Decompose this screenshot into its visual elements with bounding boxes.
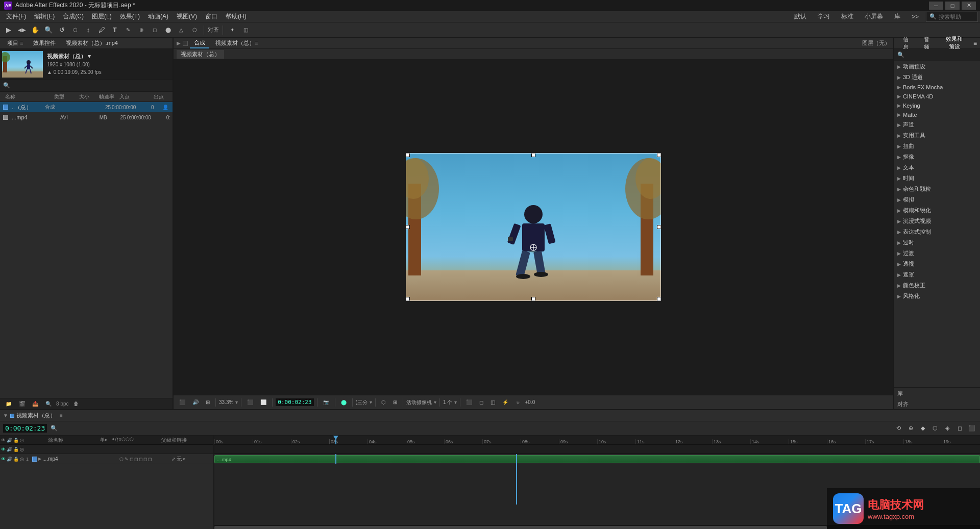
effect-cat-animation[interactable]: ▶ 动画预设 <box>894 61 980 72</box>
new-comp-btn[interactable]: 🎬 <box>16 398 28 410</box>
effect-cat-cinema4d[interactable]: ▶ CINEMA 4D <box>894 92 980 101</box>
vc-grid2-btn[interactable]: ⊞ <box>390 399 400 406</box>
effect-cat-expression[interactable]: ▶ 表达式控制 <box>894 226 980 237</box>
tool-puppet[interactable]: △ <box>176 24 187 36</box>
tool-zoom[interactable]: 🔍 <box>43 24 54 36</box>
tool-pan[interactable]: ↕ <box>83 24 94 36</box>
tl-comp-row[interactable]: 👁 🔊 🔒 ◎ <box>0 445 213 454</box>
tl-sw-3[interactable]: ◻ <box>130 457 133 462</box>
vc-grid-btn[interactable]: ⊞ <box>203 399 212 406</box>
tl-sw-4[interactable]: ◻ <box>134 457 138 462</box>
effect-cat-keying[interactable]: ▶ Keying <box>894 101 980 110</box>
tool-stamp[interactable]: ⊕ <box>136 24 147 36</box>
effect-cat-stylize[interactable]: ▶ 风格化 <box>894 291 980 301</box>
tl-video-layer-row[interactable]: 👁 🔊 🔒 ◎ 1 ▶ ....mp4 ⬡ ✎ ◻ ◻ <box>0 454 213 464</box>
tab-composition[interactable]: 合成 <box>190 38 209 48</box>
tool-rotate[interactable]: ↺ <box>56 24 67 36</box>
import-btn[interactable]: 📥 <box>30 398 41 410</box>
effect-cat-perspective[interactable]: ▶ 透视 <box>894 259 980 269</box>
workspace-more[interactable]: >> <box>908 12 923 21</box>
menu-help[interactable]: 帮助(H) <box>222 11 251 22</box>
effect-cat-3d[interactable]: ▶ 3D 通道 <box>894 72 980 83</box>
tl-layer-eye[interactable]: 👁 <box>1 457 6 462</box>
vc-preview-btn[interactable]: ⬛ <box>177 399 188 406</box>
tl-timecode[interactable]: 0:00:02:23 <box>3 424 47 433</box>
maximize-button[interactable]: □ <box>945 2 960 10</box>
tool-pen[interactable]: 🖊 <box>96 24 107 36</box>
effect-cat-obsolete[interactable]: ▶ 过时 <box>894 237 980 248</box>
tl-h-scrollbar[interactable] <box>214 525 980 529</box>
tool-shape[interactable]: ⬡ <box>189 24 200 36</box>
vc-magnification[interactable]: 33.3% <box>219 399 233 405</box>
tl-layer-expand[interactable]: ▶ <box>38 457 41 461</box>
effect-cat-immersive[interactable]: ▶ 沉浸式视频 <box>894 216 980 226</box>
menu-effects[interactable]: 效果(T) <box>116 11 144 22</box>
tl-sw-1[interactable]: ⬡ <box>119 457 124 462</box>
tool-snapping[interactable]: ✦ <box>227 24 238 36</box>
tab-effects-controls[interactable]: 效果控件 <box>29 38 60 48</box>
project-search-input[interactable] <box>12 83 169 89</box>
vc-timecode[interactable]: 0:00:02:23 <box>276 398 313 406</box>
tl-sw-7[interactable]: ◻ <box>148 457 152 462</box>
effect-cat-keyer[interactable]: ▶ 抠像 <box>894 152 980 162</box>
tl-keyframe-btn[interactable]: ◆ <box>918 423 928 434</box>
workspace-learn[interactable]: 学习 <box>814 11 834 22</box>
tool-hand[interactable]: ✋ <box>30 24 41 36</box>
tl-3d-btn[interactable]: ◻ <box>954 423 965 434</box>
tl-parent-arrow[interactable]: ▾ <box>183 457 185 462</box>
vc-render-btn[interactable]: ⬛ <box>463 399 475 406</box>
search-help-input[interactable] <box>939 14 974 20</box>
menu-edit[interactable]: 编辑(E) <box>30 11 59 22</box>
tool-text[interactable]: T <box>109 24 120 36</box>
tl-comp-eye[interactable]: 👁 <box>1 447 6 452</box>
menu-file[interactable]: 文件(F) <box>2 11 30 22</box>
effect-cat-boris[interactable]: ▶ Boris FX Mocha <box>894 83 980 92</box>
project-item-comp[interactable]: ...（总） 合成 25 0:00:00:00 0 👤 <box>0 102 173 112</box>
workspace-small-screen[interactable]: 小屏幕 <box>861 11 887 22</box>
tl-comp-audio[interactable]: 🔊 <box>7 447 12 452</box>
tl-comp-lock[interactable]: 🔒 <box>13 447 19 452</box>
tl-video-clip[interactable]: ....mp4 <box>214 455 980 463</box>
footage-sub-tab[interactable]: 视频素材（总） <box>177 50 224 59</box>
vc-snapshot-btn[interactable]: 📷 <box>321 399 332 406</box>
tl-frame-blend-btn[interactable]: ◈ <box>942 423 952 434</box>
tab-project[interactable]: 项目 ≡ <box>3 38 27 48</box>
vc-fast-preview-btn[interactable]: ⚡ <box>500 399 511 406</box>
workspace-library[interactable]: 库 <box>890 11 904 22</box>
vc-res-btn[interactable]: ⬛ <box>244 399 256 406</box>
tl-layer-audio[interactable]: 🔊 <box>7 457 12 462</box>
new-folder-btn[interactable]: 📁 <box>3 398 14 410</box>
effect-cat-simulation[interactable]: ▶ 模拟 <box>894 194 980 205</box>
menu-view[interactable]: 视图(V) <box>173 11 201 22</box>
tool-roto[interactable]: ⬤ <box>162 24 174 36</box>
effect-cat-matte[interactable]: ▶ Matte <box>894 110 980 119</box>
tl-motion-blur-tl-btn[interactable]: ⬡ <box>930 423 940 434</box>
tl-h-scrollbar-thumb[interactable] <box>214 526 827 529</box>
vc-rulers-btn[interactable]: ⬡ <box>379 399 388 406</box>
vc-motion-blur-btn[interactable]: ◫ <box>488 399 498 406</box>
tool-brush[interactable]: ✎ <box>122 24 134 36</box>
tool-eraser[interactable]: ◻ <box>149 24 160 36</box>
tl-track-content[interactable]: 00s 01s 02s 03s 04s 05s 06s 07s 08s 09s … <box>214 436 980 529</box>
comp-viewer[interactable] <box>174 59 893 395</box>
minimize-button[interactable]: ─ <box>929 2 943 10</box>
effects-search-input[interactable] <box>906 52 977 58</box>
delete-btn[interactable]: 🗑 <box>70 398 82 410</box>
vc-channel-btn[interactable]: ⬤ <box>338 399 349 406</box>
menu-window[interactable]: 窗口 <box>201 11 222 22</box>
tl-sw-2[interactable]: ✎ <box>125 457 129 462</box>
close-button[interactable]: ✕ <box>962 2 976 10</box>
panel-menu-icon[interactable]: ≡ <box>973 40 977 47</box>
tool-camera[interactable]: ⬡ <box>69 24 81 36</box>
tl-header-collapse[interactable]: ▼ <box>3 413 8 418</box>
tl-render-btn[interactable]: ⬛ <box>967 423 977 434</box>
effect-cat-text[interactable]: ▶ 文本 <box>894 162 980 173</box>
effect-cat-channel[interactable]: ▶ 声道 <box>894 119 980 130</box>
tab-footage[interactable]: 视频素材（总）.mp4 <box>62 38 121 48</box>
menu-layer[interactable]: 图层(L) <box>88 11 116 22</box>
tl-draft-btn[interactable]: ⟲ <box>893 423 903 434</box>
tl-comp-solo[interactable]: ◎ <box>20 447 212 452</box>
effect-cat-distort[interactable]: ▶ 扭曲 <box>894 141 980 152</box>
tl-layer-lock[interactable]: 🔒 <box>13 457 19 462</box>
search-btn[interactable]: 🔍 <box>43 398 54 410</box>
